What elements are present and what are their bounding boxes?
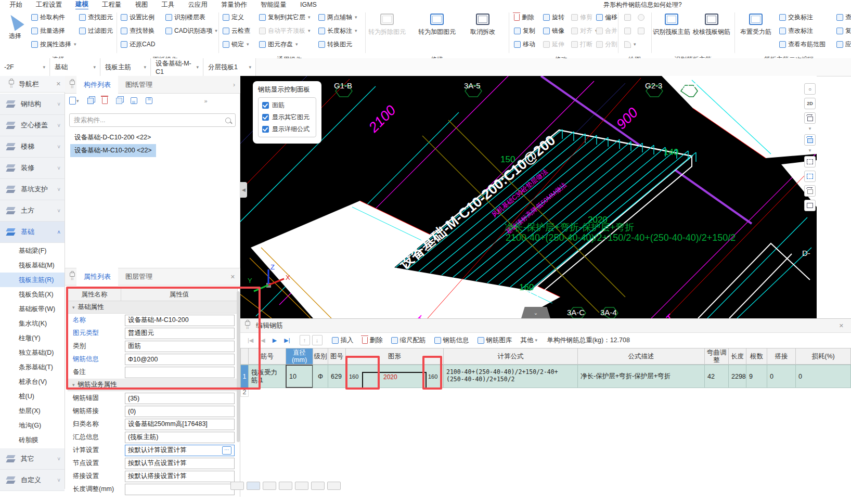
cell-count[interactable]: 9	[746, 365, 767, 388]
menu-item-start[interactable]: 开始	[9, 0, 22, 9]
other-menu-button[interactable]: 其他▾	[521, 336, 538, 345]
cell-level[interactable]: Φ	[313, 365, 328, 388]
sidebar-item-pile[interactable]: 桩(U)	[0, 389, 65, 404]
to-reinforce-element-button[interactable]: 转为加固图元	[417, 14, 457, 36]
close-icon[interactable]: ✕	[839, 322, 844, 329]
define-button[interactable]: 定义	[223, 12, 244, 22]
menu-item-collab[interactable]: 算量协作	[221, 0, 247, 9]
mirror-button[interactable]: 镜像	[543, 26, 564, 35]
copy-component-icon[interactable]	[87, 98, 94, 104]
align-button[interactable]: 对齐▾	[571, 26, 598, 35]
sidebar-item-raft-main-rebar[interactable]: 筏板主筋(R)	[0, 273, 65, 287]
copy-button[interactable]: 复制	[514, 26, 535, 35]
save-component-icon[interactable]	[131, 97, 137, 104]
close-icon[interactable]: ✕	[230, 274, 235, 280]
floor-selector[interactable]: -2F▾	[0, 58, 50, 76]
help-link[interactable]: 异形构件钢筋信息如何处理?	[603, 1, 682, 9]
status-mini-button[interactable]	[263, 482, 276, 490]
property-input-element-type[interactable]: 普通图元	[125, 328, 235, 339]
menu-item-cloud[interactable]: 云应用	[188, 0, 208, 9]
restore-cad-button[interactable]: 还原CAD	[121, 40, 155, 49]
view-rebar-range-button[interactable]: 查看布筋范围	[779, 40, 826, 49]
draw-line-button[interactable]	[624, 26, 631, 35]
menu-item-smart-quantity[interactable]: 智能提量	[261, 0, 287, 9]
nav-prev-icon[interactable]: ◀	[261, 337, 265, 344]
sidebar-item-brick-mold[interactable]: 砖胎膜	[0, 433, 65, 447]
rotate-button[interactable]: 旋转	[543, 12, 564, 22]
layer-selector[interactable]: 分层筏板1▾	[204, 58, 256, 76]
menu-item-modeling[interactable]: 建模	[75, 0, 88, 10]
ellipsis-button[interactable]: ⋯	[222, 446, 231, 455]
move-row-down-button[interactable]: ↓	[312, 335, 323, 345]
property-input-calc-setting[interactable]: 按默认计算设置计算⋯	[125, 445, 235, 456]
window-select-icon[interactable]	[804, 156, 816, 167]
element-save-button[interactable]: 图元存盘▾	[259, 40, 298, 49]
view-iso-icon[interactable]	[804, 112, 816, 124]
category-selector[interactable]: 基础▾	[50, 58, 100, 76]
rebar-info-button[interactable]: 钢筋信息	[434, 336, 469, 345]
sidebar-item-trench[interactable]: 地沟(G)	[0, 418, 65, 433]
pick-component-button[interactable]: 拾取构件	[31, 12, 65, 22]
sidebar-cat-hollow-slab[interactable]: 空心楼盖˅	[0, 115, 65, 136]
merge-button[interactable]: 合并	[596, 26, 617, 35]
batch-select-button[interactable]: 批量选择	[31, 26, 65, 35]
cell-diameter-selected[interactable]: 10	[286, 365, 313, 388]
select-by-property-button[interactable]: 按属性选择▾	[31, 40, 76, 49]
viewport-collapse-tab[interactable]: ⌄	[521, 307, 550, 318]
trim-button[interactable]: 修剪	[571, 12, 592, 22]
check-show-detailed-formula[interactable]: 显示详细公式	[262, 125, 312, 134]
viewport-canvas[interactable]: 2100 900 1800 1900 风机基础C30砼垫层做法 基础顶标高降低5…	[240, 76, 817, 318]
cell-bend-adjust[interactable]: 42	[704, 365, 729, 388]
view-shaded-icon[interactable]	[804, 134, 816, 146]
type-selector[interactable]: 筏板主筋▾	[101, 58, 151, 76]
cell-formula[interactable]: 2100-40+(250-40-40)/2+150/2-40+(250-40-4…	[443, 365, 578, 388]
tab-drawing-management[interactable]: 图纸管理	[118, 76, 160, 94]
identify-floor-table-button[interactable]: 识别楼层表	[165, 12, 205, 22]
delete-component-icon[interactable]	[102, 97, 108, 104]
menu-item-tools[interactable]: 工具	[162, 0, 175, 9]
break-button[interactable]: 打断	[571, 40, 592, 49]
view-orbit-icon[interactable]: ○	[804, 83, 816, 95]
component-selector[interactable]: 设备基础-M-C1▾	[151, 58, 203, 76]
property-section-foundation[interactable]: ▾基础属性	[68, 301, 238, 314]
cloud-check-button[interactable]: 云检查	[223, 26, 250, 35]
batch-copy-icon[interactable]	[116, 98, 122, 104]
sidebar-item-independent-foundation[interactable]: 独立基础(D)	[0, 345, 65, 360]
property-input-lap[interactable]: (0)	[125, 406, 235, 417]
menu-item-view[interactable]: 视图	[135, 0, 148, 9]
new-component-button[interactable]: ▾	[69, 97, 79, 105]
copy-to-other-floor-button[interactable]: 复制到其它层▾	[259, 12, 311, 22]
property-input-anchorage[interactable]: (35)	[125, 393, 235, 404]
sidebar-cat-pit-support[interactable]: 基坑支护˅	[0, 179, 65, 200]
auto-align-top-button[interactable]: 自动平齐顶板▾	[259, 26, 311, 35]
property-input-name[interactable]: 设备基础-M-C10-200	[125, 315, 235, 326]
component-list-item[interactable]: 设备基础-D-C10-200 <22>	[70, 131, 155, 144]
status-mini-button[interactable]	[230, 482, 244, 490]
cancel-modification-button[interactable]: 取消拆改	[466, 14, 499, 36]
sidebar-item-sump[interactable]: 集水坑(K)	[0, 316, 65, 331]
sidebar-item-raft-negative-rebar[interactable]: 筏板负筋(X)	[0, 287, 65, 302]
cell-length[interactable]: 2298	[728, 365, 746, 388]
status-mini-button[interactable]	[327, 482, 341, 490]
draw-point-button[interactable]	[624, 12, 631, 22]
status-mini-button[interactable]	[295, 482, 308, 490]
offset-button[interactable]: 偏移	[596, 12, 617, 22]
pin-handle-icon[interactable]: ⠿	[7, 80, 16, 88]
to-demolish-element-button[interactable]: 转为拆除图元	[367, 14, 407, 36]
crossing-select-icon[interactable]	[804, 171, 816, 182]
sidebar-item-raft-foundation[interactable]: 筏板基础(M)	[0, 258, 65, 273]
convert-element-button[interactable]: 转换图元	[318, 40, 352, 49]
split-button[interactable]: 分割	[596, 40, 617, 49]
cell-shape[interactable]: 160 2020 160	[345, 365, 444, 388]
property-input-summary[interactable]: (筏板主筋)	[125, 432, 235, 443]
clipped-button-1[interactable]: 查	[836, 12, 851, 22]
nav-last-icon[interactable]: ▶|	[284, 337, 290, 344]
property-input-lap-setting[interactable]: 按默认搭接设置计算	[125, 471, 235, 482]
sidebar-cat-custom[interactable]: 自定义˅	[0, 470, 65, 491]
menu-item-quantity[interactable]: 工程量	[102, 0, 122, 9]
draw-rect-button[interactable]	[638, 26, 644, 35]
sidebar-item-pile-cap[interactable]: 桩承台(V)	[0, 374, 65, 389]
pin-handle-icon[interactable]: ⠿	[68, 81, 76, 89]
shade-mode-caret-icon[interactable]: ▾	[807, 148, 813, 153]
sidebar-cat-earthwork[interactable]: 土方˅	[0, 200, 65, 222]
